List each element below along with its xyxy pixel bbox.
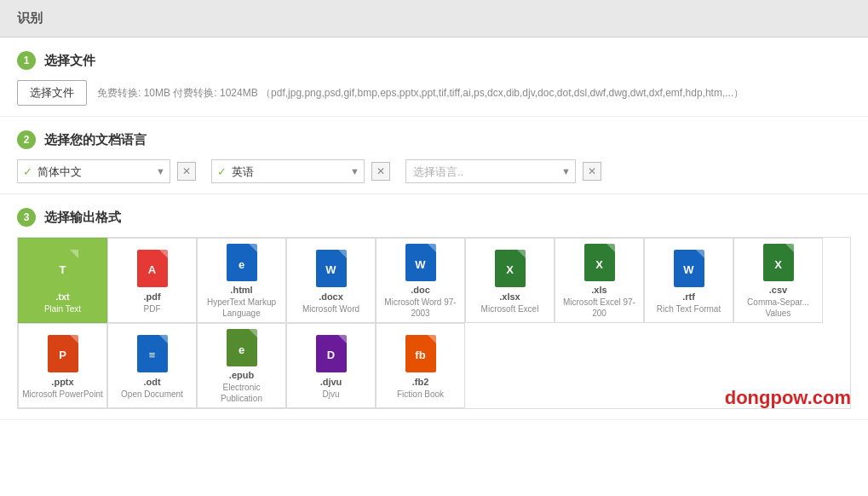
format-icon-djvu: D — [314, 334, 348, 373]
lang3-select[interactable]: 选择语言.. — [406, 160, 557, 182]
format-item-odt[interactable]: ≡ .odt Open Document — [107, 323, 197, 408]
format-ext: .html — [230, 285, 252, 295]
format-icon-doc: W — [404, 244, 438, 281]
format-desc: Open Document — [121, 389, 183, 400]
format-icon-pdf: A — [135, 249, 170, 288]
format-icon-xls: X — [583, 244, 617, 281]
step2-section: 2 选择您的文档语言 ✓ 简体中文 ▼ ✕ ✓ 英语 ▼ ✕ — [0, 117, 868, 194]
format-desc: Electronic Publication — [201, 382, 282, 404]
format-desc: Plain Text — [44, 303, 81, 314]
format-ext: .txt — [55, 291, 70, 302]
lang1-check-icon: ✓ — [18, 165, 37, 178]
format-icon-csv: X — [762, 244, 796, 281]
step3-title: 选择输出格式 — [44, 210, 121, 226]
format-desc: Microsoft Word 97-2003 — [380, 297, 461, 319]
format-item-epub[interactable]: e .epub Electronic Publication — [197, 323, 286, 408]
format-icon-xlsx: X — [493, 249, 527, 288]
step3-circle: 3 — [17, 208, 36, 227]
format-item-rtf[interactable]: W .rtf Rich Text Format — [644, 238, 733, 323]
format-item-docx[interactable]: W .docx Microsoft Word — [286, 238, 376, 323]
format-item-html[interactable]: e .html HyperText Markup Language — [197, 238, 286, 323]
step2-title: 选择您的文档语言 — [44, 132, 147, 148]
lang1-remove-button[interactable]: ✕ — [177, 162, 196, 181]
format-desc: Comma-Separ... Values — [738, 297, 819, 319]
format-desc: Microsoft PowerPoint — [22, 389, 102, 400]
format-desc: Fiction Book — [397, 389, 444, 400]
format-ext: .rtf — [682, 291, 695, 302]
lang1-wrapper: ✓ 简体中文 ▼ — [17, 159, 170, 183]
format-icon-rtf: W — [672, 249, 706, 288]
format-item-xls[interactable]: X .xls Microsoft Excel 97-200 — [555, 238, 644, 323]
format-icon-odt: ≡ — [135, 334, 170, 373]
lang1-arrow-icon: ▼ — [152, 166, 170, 176]
format-item-pptx[interactable]: P .pptx Microsoft PowerPoint — [18, 323, 107, 408]
format-icon-docx: W — [314, 249, 348, 288]
lang2-arrow-icon: ▼ — [346, 166, 364, 176]
step1-section: 1 选择文件 选择文件 免费转换: 10MB 付费转换: 1024MB （pdf… — [0, 37, 868, 117]
format-ext: .xls — [591, 285, 606, 295]
step3-section: 3 选择输出格式 T .txt Plain Text A .pdf PDF — [0, 194, 868, 420]
format-ext: .djvu — [320, 377, 342, 387]
format-icon-html: e — [225, 244, 259, 281]
format-ext: .docx — [319, 291, 343, 302]
format-item-xlsx[interactable]: X .xlsx Microsoft Excel — [465, 238, 555, 323]
lang3-wrapper: 选择语言.. ▼ — [405, 159, 576, 183]
format-ext: .csv — [769, 285, 787, 295]
format-item-txt[interactable]: T .txt Plain Text — [18, 238, 107, 323]
format-item-fb2[interactable]: fb .fb2 Fiction Book — [376, 323, 465, 408]
formats-grid: T .txt Plain Text A .pdf PDF e .html Hyp… — [17, 237, 851, 409]
format-item-csv[interactable]: X .csv Comma-Separ... Values — [733, 238, 823, 323]
format-icon-txt: T — [46, 249, 80, 288]
format-ext: .odt — [143, 377, 160, 387]
lang2-remove-button[interactable]: ✕ — [371, 162, 390, 181]
format-icon-pptx: P — [46, 334, 80, 373]
format-item-doc[interactable]: W .doc Microsoft Word 97-2003 — [376, 238, 465, 323]
format-desc: Microsoft Excel 97-200 — [559, 297, 640, 319]
lang3-arrow-icon: ▼ — [557, 166, 575, 176]
header-bar: 识别 — [0, 0, 868, 37]
file-info-text: 免费转换: 10MB 付费转换: 1024MB （pdf,jpg,png,psd… — [97, 86, 744, 101]
lang2-select[interactable]: 英语 — [232, 160, 346, 182]
watermark: dongpow.com — [725, 387, 851, 409]
format-ext: .xlsx — [499, 291, 520, 302]
format-desc: Djvu — [322, 389, 339, 400]
format-desc: Microsoft Word — [302, 303, 359, 314]
lang1-select[interactable]: 简体中文 — [37, 160, 152, 182]
lang2-check-icon: ✓ — [212, 165, 232, 178]
format-ext: .pptx — [51, 377, 73, 387]
format-icon-epub: e — [225, 329, 259, 366]
step1-title: 选择文件 — [44, 53, 95, 69]
format-desc: HyperText Markup Language — [201, 297, 282, 319]
lang3-remove-button[interactable]: ✕ — [583, 162, 601, 181]
format-desc: Rich Text Format — [657, 303, 721, 314]
step1-circle: 1 — [17, 51, 36, 70]
format-ext: .fb2 — [412, 377, 429, 387]
format-desc: PDF — [144, 303, 161, 314]
select-file-button[interactable]: 选择文件 — [17, 80, 87, 106]
format-ext: .pdf — [143, 291, 160, 302]
step2-circle: 2 — [17, 130, 36, 149]
format-ext: .doc — [411, 285, 430, 295]
format-icon-fb2: fb — [404, 334, 438, 373]
lang2-wrapper: ✓ 英语 ▼ — [211, 159, 365, 183]
format-item-pdf[interactable]: A .pdf PDF — [107, 238, 197, 323]
format-ext: .epub — [229, 370, 254, 380]
format-desc: Microsoft Excel — [481, 303, 539, 314]
header-title: 识别 — [17, 10, 43, 25]
format-item-djvu[interactable]: D .djvu Djvu — [286, 323, 376, 408]
